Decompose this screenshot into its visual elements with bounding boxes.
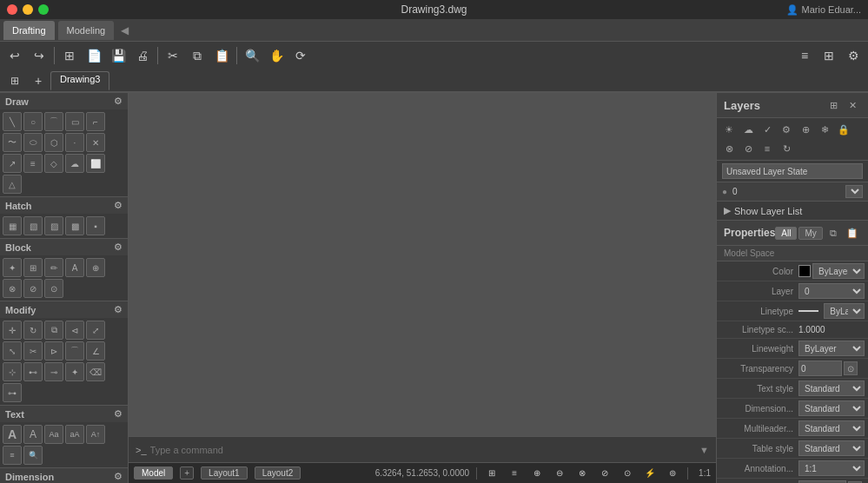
text-section-settings[interactable]: ⚙ — [114, 408, 123, 420]
toolbar-more-right[interactable]: ⚙ — [842, 44, 865, 67]
scale-text-tool[interactable]: A↑ — [86, 425, 105, 444]
stretch-tool[interactable]: ⤡ — [3, 341, 22, 361]
wipeout2-tool[interactable]: ▪ — [86, 216, 105, 235]
statusbar-tab-layout2[interactable]: Layout2 — [255, 466, 301, 480]
extend-tool[interactable]: ⊳ — [44, 341, 63, 361]
toolbar-new[interactable]: 📄 — [83, 44, 105, 67]
snap-toggle[interactable]: ≡ — [507, 466, 522, 481]
spellcheck-tool[interactable]: aA — [65, 425, 84, 444]
layers-undock-button[interactable]: ⊞ — [825, 96, 842, 114]
move-tool[interactable]: ✛ — [3, 321, 22, 340]
hatch-section-settings[interactable]: ⚙ — [114, 200, 123, 211]
annotation-select[interactable]: 1:1 — [798, 460, 865, 476]
ortho-toggle[interactable]: ⊕ — [529, 466, 545, 481]
statusbar-tab-layout1[interactable]: Layout1 — [201, 466, 248, 480]
layer-select[interactable]: 0 — [798, 283, 865, 299]
xline-tool[interactable]: ✕ — [86, 133, 105, 152]
toolbar-save[interactable]: 💾 — [107, 44, 129, 67]
dimension-section-header[interactable]: Dimension ⚙ — [0, 468, 128, 483]
line-tool[interactable]: ╲ — [3, 112, 22, 131]
tablestyle-select[interactable]: Standard — [798, 440, 865, 456]
toolbar-layers-right[interactable]: ≡ — [793, 44, 816, 67]
layer-lock-btn[interactable]: 🔒 — [835, 121, 852, 138]
toolbar-copy[interactable]: ⧉ — [186, 44, 209, 67]
join-tool[interactable]: ⊶ — [3, 383, 22, 402]
layer-delete-btn[interactable]: ☁ — [739, 121, 757, 138]
transparency-input[interactable] — [798, 361, 842, 376]
layers-close-button[interactable]: ✕ — [844, 96, 861, 114]
polygon-tool[interactable]: ⬡ — [44, 133, 63, 152]
mline-tool[interactable]: ≡ — [23, 154, 43, 173]
toolbar-paste[interactable]: 📋 — [210, 44, 233, 67]
prop-tab-my[interactable]: My — [798, 227, 822, 240]
textstyle-select[interactable]: Standard — [798, 380, 865, 396]
toolbar-properties-right[interactable]: ⊞ — [818, 44, 840, 67]
lweight-toggle[interactable]: ⊚ — [665, 466, 680, 481]
toolbar-redo[interactable]: ↪ — [28, 44, 50, 67]
polyline-tool[interactable]: ⌐ — [86, 112, 105, 131]
lineweight-select[interactable]: ByLayer — [798, 341, 865, 356]
attdisp-tool[interactable]: ⊗ — [3, 279, 22, 298]
wipeout-tool[interactable]: ⬜ — [86, 154, 105, 173]
otrack-toggle[interactable]: ⊘ — [597, 466, 613, 481]
attedit-tool[interactable]: ⊕ — [86, 258, 105, 277]
insert-tool[interactable]: ✦ — [3, 258, 22, 277]
break-tool[interactable]: ⊸ — [44, 362, 63, 381]
copy-tool[interactable]: ⧉ — [44, 321, 63, 340]
dimension-section-settings[interactable]: ⚙ — [114, 471, 123, 482]
tab-drafting[interactable]: Drafting — [3, 21, 55, 40]
hatch-tool[interactable]: ▦ — [3, 216, 22, 235]
color-swatch[interactable] — [798, 265, 811, 277]
ducs-toggle[interactable]: ⊙ — [620, 466, 635, 481]
toolbar-print[interactable]: 🖨 — [131, 44, 154, 67]
cloud-tool[interactable]: ☁ — [65, 154, 84, 173]
toolbar-undo[interactable]: ↩ — [3, 44, 26, 67]
layer-dropdown[interactable]: ▼ — [845, 185, 863, 198]
dataextract-tool[interactable]: ⊘ — [23, 279, 43, 298]
3dpoly-tool[interactable]: △ — [3, 175, 22, 194]
layer-freeze-btn[interactable]: ❄ — [816, 121, 833, 138]
prop-copy-btn[interactable]: ⧉ — [825, 224, 842, 242]
layer-refresh-btn[interactable]: ↻ — [778, 140, 795, 157]
trim-tool[interactable]: ✂ — [23, 341, 43, 361]
drawing-tab-drawing3[interactable]: Drawing3 — [50, 71, 109, 90]
rotate-tool[interactable]: ↻ — [23, 321, 43, 340]
prop-close-btn[interactable]: ✕ — [863, 224, 868, 242]
dimension-select[interactable]: Standard — [798, 400, 865, 416]
prop-tab-all[interactable]: All — [775, 227, 797, 240]
osnap-toggle[interactable]: ⊗ — [574, 466, 590, 481]
offset-tool[interactable]: ⊷ — [23, 362, 43, 381]
boundary-tool[interactable]: ▨ — [44, 216, 63, 235]
command-input[interactable] — [150, 445, 697, 455]
layer-settings-btn[interactable]: ≡ — [759, 140, 776, 157]
rectangle-tool[interactable]: ▭ — [65, 112, 84, 131]
solid-fill-tool[interactable]: ▩ — [65, 216, 84, 235]
drawing-canvas[interactable] — [129, 93, 716, 436]
fillet-tool[interactable]: ⌒ — [65, 341, 84, 361]
toolbar-pan[interactable]: ✋ — [265, 44, 288, 67]
statusbar-tab-model[interactable]: Model — [134, 466, 173, 480]
layer-walk-btn[interactable]: ⊕ — [797, 121, 814, 138]
arc-tool[interactable]: ⌒ — [44, 112, 63, 131]
add-layout-button[interactable]: + — [180, 466, 194, 480]
hatch-section-header[interactable]: Hatch ⚙ — [0, 197, 128, 214]
array-tool[interactable]: ⊹ — [3, 362, 22, 381]
prop-paste-btn[interactable]: 📋 — [844, 224, 861, 242]
mirror-tool[interactable]: ⊲ — [65, 321, 84, 340]
explode-tool[interactable]: ✦ — [65, 362, 84, 381]
chamfer-tool[interactable]: ∠ — [86, 341, 105, 361]
layer-delete2-btn[interactable]: ⊘ — [739, 140, 757, 157]
modify-section-settings[interactable]: ⚙ — [114, 304, 123, 315]
transparency-icon-btn[interactable]: ⊙ — [844, 361, 858, 375]
region-tool[interactable]: ◇ — [44, 154, 63, 173]
toolbar-cut[interactable]: ✂ — [162, 44, 184, 67]
draw-tab-grid-icon[interactable]: ⊞ — [3, 69, 26, 92]
layer-props-btn[interactable]: ⚙ — [778, 121, 795, 138]
maximize-button[interactable] — [38, 4, 49, 15]
add-drawing-tab[interactable]: + — [27, 69, 50, 92]
layer-state-input[interactable] — [722, 163, 863, 179]
ellipse-tool[interactable]: ⬭ — [23, 133, 43, 152]
multileader-select[interactable]: Standard — [798, 420, 865, 436]
linetype-select[interactable]: ByLa... — [824, 303, 865, 319]
find-replace-tool[interactable]: 🔍 — [23, 446, 43, 465]
